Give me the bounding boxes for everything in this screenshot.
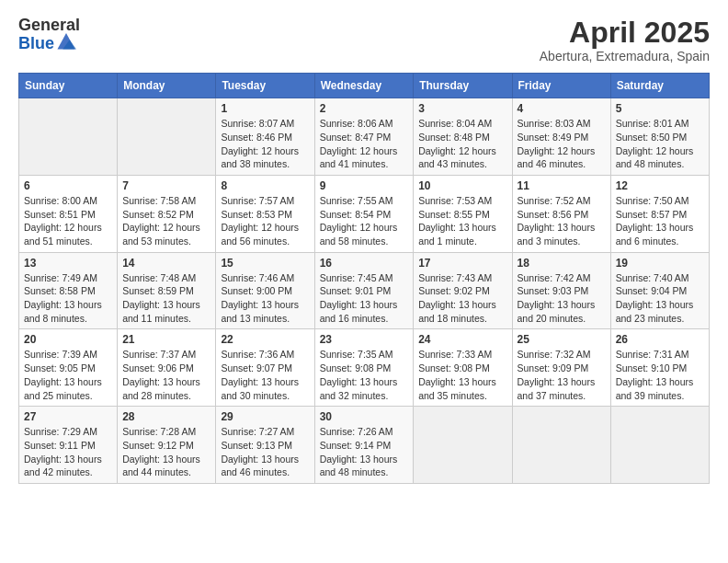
calendar-cell: 21 Sunrise: 7:37 AM Sunset: 9:06 PM Dayl… bbox=[118, 329, 216, 407]
day-number: 3 bbox=[418, 102, 506, 115]
day-number: 30 bbox=[320, 410, 409, 423]
header-wednesday: Wednesday bbox=[314, 74, 414, 98]
day-daylight: Daylight: 13 hours and 44 minutes. bbox=[122, 454, 200, 478]
day-sunset: Sunset: 8:49 PM bbox=[518, 132, 589, 143]
day-number: 13 bbox=[24, 257, 112, 270]
calendar-cell: 19 Sunrise: 7:40 AM Sunset: 9:04 PM Dayl… bbox=[610, 252, 709, 329]
day-daylight: Daylight: 13 hours and 6 minutes. bbox=[616, 222, 694, 247]
day-sunrise: Sunrise: 8:01 AM bbox=[616, 118, 689, 129]
day-sunrise: Sunrise: 7:36 AM bbox=[221, 349, 294, 360]
day-sunrise: Sunrise: 7:50 AM bbox=[616, 195, 689, 206]
day-sunset: Sunset: 9:13 PM bbox=[221, 440, 292, 451]
logo-blue-text: Blue bbox=[18, 35, 54, 53]
day-number: 17 bbox=[418, 257, 506, 270]
day-number: 15 bbox=[221, 257, 309, 270]
day-sunset: Sunset: 8:46 PM bbox=[221, 132, 292, 143]
day-sunrise: Sunrise: 7:26 AM bbox=[320, 426, 393, 437]
day-number: 11 bbox=[518, 179, 606, 192]
day-sunset: Sunset: 9:11 PM bbox=[24, 440, 96, 451]
header-sunday: Sunday bbox=[19, 74, 118, 98]
day-sunrise: Sunrise: 7:55 AM bbox=[320, 195, 393, 206]
day-number: 18 bbox=[518, 257, 606, 270]
day-daylight: Daylight: 13 hours and 39 minutes. bbox=[616, 376, 694, 401]
header-saturday: Saturday bbox=[610, 74, 709, 98]
calendar-cell: 18 Sunrise: 7:42 AM Sunset: 9:03 PM Dayl… bbox=[512, 252, 610, 329]
calendar-cell: 1 Sunrise: 8:07 AM Sunset: 8:46 PM Dayli… bbox=[216, 98, 314, 176]
header-monday: Monday bbox=[118, 74, 216, 98]
day-daylight: Daylight: 13 hours and 11 minutes. bbox=[122, 299, 200, 324]
calendar-cell: 15 Sunrise: 7:46 AM Sunset: 9:00 PM Dayl… bbox=[216, 252, 314, 329]
day-sunrise: Sunrise: 7:43 AM bbox=[418, 272, 492, 283]
calendar-cell: 4 Sunrise: 8:03 AM Sunset: 8:49 PM Dayli… bbox=[512, 98, 610, 176]
day-daylight: Daylight: 12 hours and 56 minutes. bbox=[221, 222, 299, 247]
day-number: 21 bbox=[122, 333, 210, 346]
calendar-cell: 16 Sunrise: 7:45 AM Sunset: 9:01 PM Dayl… bbox=[314, 252, 414, 329]
day-sunrise: Sunrise: 7:31 AM bbox=[616, 349, 689, 360]
header-tuesday: Tuesday bbox=[216, 74, 314, 98]
day-number: 14 bbox=[122, 257, 210, 270]
day-sunset: Sunset: 9:03 PM bbox=[518, 285, 589, 296]
day-number: 6 bbox=[24, 179, 112, 192]
day-daylight: Daylight: 12 hours and 41 minutes. bbox=[320, 145, 398, 170]
calendar-cell bbox=[610, 407, 709, 484]
day-daylight: Daylight: 13 hours and 35 minutes. bbox=[418, 376, 496, 401]
day-daylight: Daylight: 12 hours and 46 minutes. bbox=[518, 145, 596, 170]
day-sunrise: Sunrise: 8:00 AM bbox=[24, 195, 97, 206]
day-daylight: Daylight: 13 hours and 23 minutes. bbox=[616, 299, 694, 324]
calendar-cell: 6 Sunrise: 8:00 AM Sunset: 8:51 PM Dayli… bbox=[19, 175, 118, 252]
day-sunset: Sunset: 9:02 PM bbox=[418, 285, 490, 296]
day-number: 25 bbox=[518, 333, 606, 346]
day-daylight: Daylight: 12 hours and 51 minutes. bbox=[24, 222, 102, 247]
calendar-week-row: 6 Sunrise: 8:00 AM Sunset: 8:51 PM Dayli… bbox=[19, 175, 710, 252]
day-daylight: Daylight: 12 hours and 38 minutes. bbox=[221, 145, 299, 170]
calendar-week-row: 20 Sunrise: 7:39 AM Sunset: 9:05 PM Dayl… bbox=[19, 329, 710, 407]
calendar-table: Sunday Monday Tuesday Wednesday Thursday… bbox=[18, 73, 710, 484]
day-sunset: Sunset: 8:58 PM bbox=[24, 285, 96, 296]
day-sunset: Sunset: 9:12 PM bbox=[122, 440, 194, 451]
day-daylight: Daylight: 13 hours and 13 minutes. bbox=[221, 299, 299, 324]
day-sunrise: Sunrise: 7:28 AM bbox=[122, 426, 196, 437]
calendar-cell: 14 Sunrise: 7:48 AM Sunset: 8:59 PM Dayl… bbox=[118, 252, 216, 329]
day-sunrise: Sunrise: 7:29 AM bbox=[24, 426, 97, 437]
header-thursday: Thursday bbox=[414, 74, 512, 98]
day-number: 20 bbox=[24, 333, 112, 346]
calendar-cell: 20 Sunrise: 7:39 AM Sunset: 9:05 PM Dayl… bbox=[19, 329, 118, 407]
day-sunset: Sunset: 9:06 PM bbox=[122, 362, 194, 373]
calendar-week-row: 13 Sunrise: 7:49 AM Sunset: 8:58 PM Dayl… bbox=[19, 252, 710, 329]
logo: General Blue bbox=[18, 17, 80, 53]
day-sunrise: Sunrise: 7:48 AM bbox=[122, 272, 196, 283]
day-daylight: Daylight: 13 hours and 30 minutes. bbox=[221, 376, 299, 401]
day-sunset: Sunset: 9:00 PM bbox=[221, 285, 292, 296]
calendar-cell: 25 Sunrise: 7:32 AM Sunset: 9:09 PM Dayl… bbox=[512, 329, 610, 407]
day-daylight: Daylight: 13 hours and 32 minutes. bbox=[320, 376, 398, 401]
day-daylight: Daylight: 13 hours and 46 minutes. bbox=[221, 454, 299, 478]
day-sunrise: Sunrise: 8:03 AM bbox=[518, 118, 591, 129]
calendar-cell bbox=[19, 98, 118, 176]
day-sunset: Sunset: 9:04 PM bbox=[616, 285, 688, 296]
day-daylight: Daylight: 13 hours and 18 minutes. bbox=[418, 299, 496, 324]
calendar-week-row: 1 Sunrise: 8:07 AM Sunset: 8:46 PM Dayli… bbox=[19, 98, 710, 176]
day-sunrise: Sunrise: 7:42 AM bbox=[518, 272, 591, 283]
calendar-cell: 30 Sunrise: 7:26 AM Sunset: 9:14 PM Dayl… bbox=[314, 407, 414, 484]
day-sunrise: Sunrise: 7:27 AM bbox=[221, 426, 294, 437]
day-daylight: Daylight: 13 hours and 37 minutes. bbox=[518, 376, 596, 401]
day-sunrise: Sunrise: 7:58 AM bbox=[122, 195, 196, 206]
day-sunrise: Sunrise: 8:06 AM bbox=[320, 118, 393, 129]
day-number: 1 bbox=[221, 102, 309, 115]
day-number: 29 bbox=[221, 410, 309, 423]
header: General Blue April 2025 Abertura, Extrem… bbox=[18, 17, 710, 63]
calendar-cell: 22 Sunrise: 7:36 AM Sunset: 9:07 PM Dayl… bbox=[216, 329, 314, 407]
calendar-cell: 9 Sunrise: 7:55 AM Sunset: 8:54 PM Dayli… bbox=[314, 175, 414, 252]
day-daylight: Daylight: 13 hours and 1 minute. bbox=[418, 222, 496, 247]
day-number: 26 bbox=[616, 333, 704, 346]
day-daylight: Daylight: 13 hours and 8 minutes. bbox=[24, 299, 102, 324]
calendar-cell bbox=[118, 98, 216, 176]
calendar-cell: 10 Sunrise: 7:53 AM Sunset: 8:55 PM Dayl… bbox=[414, 175, 512, 252]
header-friday: Friday bbox=[512, 74, 610, 98]
day-sunset: Sunset: 8:55 PM bbox=[418, 209, 490, 220]
page: General Blue April 2025 Abertura, Extrem… bbox=[0, 0, 728, 563]
day-sunrise: Sunrise: 7:57 AM bbox=[221, 195, 294, 206]
calendar-cell: 11 Sunrise: 7:52 AM Sunset: 8:56 PM Dayl… bbox=[512, 175, 610, 252]
day-sunrise: Sunrise: 7:32 AM bbox=[518, 349, 591, 360]
day-sunset: Sunset: 8:51 PM bbox=[24, 209, 96, 220]
